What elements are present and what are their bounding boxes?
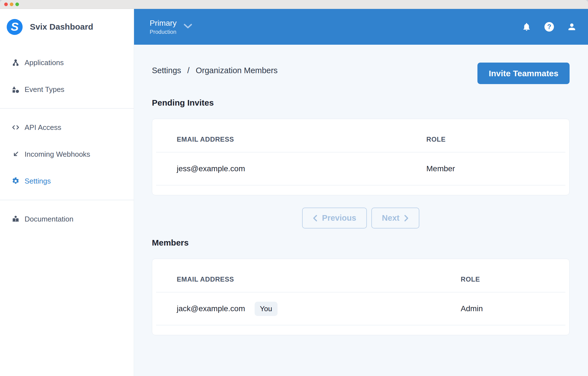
column-header-role: ROLE <box>426 135 569 143</box>
notifications-icon[interactable] <box>522 22 532 32</box>
breadcrumb-separator: / <box>187 66 190 75</box>
breadcrumb-current: Organization Members <box>196 66 278 75</box>
sidebar-item-documentation[interactable]: Documentation <box>0 206 134 232</box>
breadcrumb-settings[interactable]: Settings <box>152 66 181 75</box>
settings-icon <box>12 177 20 185</box>
sidebar-item-event-types[interactable]: Event Types <box>0 76 134 103</box>
applications-icon <box>12 59 20 66</box>
sidebar-item-settings[interactable]: Settings <box>0 168 134 194</box>
role-cell: Member <box>426 164 569 173</box>
brand-name: Svix Dashboard <box>30 22 93 32</box>
you-badge: You <box>255 302 278 316</box>
role-cell: Admin <box>461 304 569 313</box>
column-header-email-address: EMAIL ADDRESS <box>152 275 461 283</box>
sidebar-item-label: Documentation <box>25 215 73 223</box>
account-icon[interactable] <box>567 22 577 32</box>
email-cell: jack@example.com <box>177 304 245 313</box>
invite-teammates-button[interactable]: Invite Teammates <box>477 63 570 84</box>
sidebar-divider <box>0 200 134 200</box>
sidebar-item-label: Applications <box>25 58 64 67</box>
table-row: jess@example.com Member <box>152 153 569 185</box>
pagination: Previous Next <box>152 208 570 229</box>
members-card: EMAIL ADDRESS ROLE jack@example.com You … <box>152 259 570 335</box>
chevron-down-icon <box>184 24 192 30</box>
sidebar-item-label: Event Types <box>25 85 64 94</box>
documentation-icon <box>12 215 20 223</box>
column-header-role: ROLE <box>461 275 569 283</box>
page-content: Settings / Organization Members Invite T… <box>134 45 588 376</box>
window-titlebar <box>0 0 588 9</box>
sidebar: S Svix Dashboard Applications <box>0 9 134 376</box>
traffic-light-close[interactable] <box>4 3 8 6</box>
sidebar-item-applications[interactable]: Applications <box>0 49 134 76</box>
svix-logo-icon: S <box>7 19 23 35</box>
sidebar-nav: Applications Event Types <box>0 49 134 232</box>
table-row: jack@example.com You Admin <box>152 292 569 325</box>
app-window: S Svix Dashboard Applications <box>0 0 588 376</box>
next-button[interactable]: Next <box>371 208 419 229</box>
sidebar-item-label: Incoming Webhooks <box>25 150 90 159</box>
sidebar-item-label: Settings <box>25 177 51 185</box>
environment-switcher[interactable]: Primary Production <box>150 18 192 35</box>
pending-invites-table-header: EMAIL ADDRESS ROLE <box>152 119 569 152</box>
chevron-right-icon <box>404 215 409 222</box>
app-header: Primary Production <box>134 9 588 45</box>
breadcrumb: Settings / Organization Members <box>152 63 278 75</box>
chevron-left-icon <box>313 215 317 222</box>
brand[interactable]: S Svix Dashboard <box>0 9 134 45</box>
sidebar-item-incoming-webhooks[interactable]: Incoming Webhooks <box>0 141 134 168</box>
help-icon[interactable]: ? <box>544 22 554 32</box>
environment-name: Primary <box>150 18 176 28</box>
incoming-webhooks-icon <box>12 150 20 158</box>
sidebar-divider <box>0 108 134 109</box>
previous-button[interactable]: Previous <box>302 208 367 229</box>
column-header-email-address: EMAIL ADDRESS <box>152 135 426 143</box>
email-cell: jess@example.com <box>152 164 426 173</box>
pending-invites-card: EMAIL ADDRESS ROLE jess@example.com Memb… <box>152 119 570 195</box>
traffic-light-maximize[interactable] <box>15 3 19 6</box>
sidebar-item-label: API Access <box>25 123 61 132</box>
traffic-light-minimize[interactable] <box>10 3 13 6</box>
sidebar-item-api-access[interactable]: API Access <box>0 114 134 141</box>
section-title-members: Members <box>152 238 570 248</box>
section-title-pending-invites: Pending Invites <box>152 98 570 108</box>
environment-mode: Production <box>150 28 176 35</box>
api-access-icon <box>12 123 20 131</box>
event-types-icon <box>12 85 20 93</box>
members-table-header: EMAIL ADDRESS ROLE <box>152 259 569 292</box>
